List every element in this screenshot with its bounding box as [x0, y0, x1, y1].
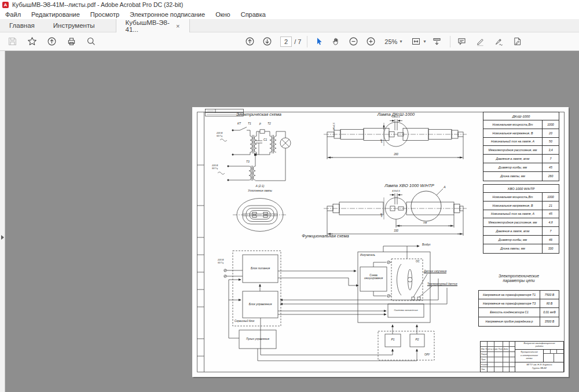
- oru-label: ОРУ: [424, 353, 430, 356]
- fountain-pen-icon: [494, 36, 504, 46]
- control-block-label: Блок управления: [244, 303, 277, 306]
- menu-edit[interactable]: Редактирование: [26, 11, 85, 18]
- lamp-dksh-thread-label: М6х1,5: [333, 123, 336, 130]
- tab-document[interactable]: КубышМВ-Э8-41... ×: [116, 19, 190, 32]
- table-row: Напряжение на трансформаторе Т380 В: [479, 299, 559, 308]
- table-row: Номинальный ток на лампе, А45: [483, 210, 559, 219]
- cooling-system-label: Система охлаждения: [389, 309, 423, 312]
- xbo-spec-table: ХВО 1000 W/НТР Номинальная мощность,Вт10…: [483, 184, 559, 254]
- toolbar-separator: [307, 36, 307, 47]
- table-row: Номинальный ток на лампе, А50: [483, 138, 559, 146]
- chevron-down-icon: ▾: [400, 39, 402, 44]
- menu-window[interactable]: Окно: [210, 11, 236, 18]
- find-button[interactable]: [83, 34, 98, 49]
- lamp-xbo-title: Лампа ХВО 1000 W/НТР: [366, 184, 453, 189]
- tab-tools[interactable]: Инструменты: [44, 19, 104, 32]
- acrobat-app-icon: A: [2, 2, 9, 8]
- window-title: КубышМВ-Э8-41М--листы.pdf - Adobe Acroba…: [12, 1, 183, 8]
- save-button[interactable]: [5, 34, 20, 49]
- functional-schema-title: Функциональная схема: [296, 234, 354, 239]
- label-c1: С1: [263, 138, 267, 142]
- star-icon: [27, 36, 37, 46]
- menu-bar: Файл Редактирование Просмотр Электронное…: [0, 9, 579, 19]
- lamp-xbo-detail-a: А: [444, 185, 446, 189]
- sheet-name-cell: Функциональная и электрическая схемы: [515, 350, 544, 362]
- tab-close-icon[interactable]: ×: [171, 23, 179, 30]
- comment-button[interactable]: [454, 34, 469, 49]
- table-header: ДКсШ-1000: [483, 112, 559, 120]
- table-row: Номинальная мощность,Вт1000: [483, 120, 559, 129]
- scrolling-mode-button[interactable]: [429, 34, 444, 49]
- table-row: Давление в лампе, атм7: [483, 227, 559, 236]
- fit-page-button[interactable]: [408, 34, 423, 49]
- zoom-in-button[interactable]: [363, 34, 378, 49]
- label-t2: Т2: [267, 122, 271, 126]
- supply2-label: 220 В50 Гц: [212, 164, 218, 170]
- r1-label: Р1: [386, 338, 400, 342]
- zoom-level-value: 25%: [384, 38, 397, 45]
- highlight-button[interactable]: [472, 34, 488, 49]
- window-titlebar: A КубышМВ-Э8-41М--листы.pdf - Adobe Acro…: [0, 0, 579, 9]
- page-number-input[interactable]: 2: [280, 36, 292, 47]
- circuit-params-table: Напряжение на трансформаторе Т17500 В На…: [478, 290, 559, 327]
- print-button[interactable]: [64, 34, 79, 49]
- next-page-button[interactable]: [259, 34, 274, 49]
- lamp-xbo-inner-dim: 184: [416, 222, 434, 225]
- main-toolbar: 2 / 7 25% ▾ ▾: [0, 32, 579, 51]
- zoom-level-dropdown[interactable]: 25% ▾: [382, 36, 405, 47]
- table-row: Диаметр колбы, мм45: [483, 163, 559, 172]
- star-button[interactable]: [24, 34, 39, 49]
- share-upload-icon: [47, 36, 57, 46]
- tab-home[interactable]: Главная: [0, 19, 44, 32]
- lamp-xbo-lines: [324, 189, 467, 236]
- menu-help[interactable]: Справка: [236, 11, 271, 18]
- fit-page-caret-icon[interactable]: ▾: [423, 39, 426, 44]
- air-label: Воздух: [422, 243, 430, 246]
- os-label: ОС: [416, 260, 420, 263]
- zoom-out-button[interactable]: [346, 34, 361, 49]
- menu-view[interactable]: Просмотр: [85, 11, 124, 18]
- toolbar-separator: [450, 36, 450, 47]
- gost-title-block: Изм. Лист № докум. Подп. Дата Разраб. Пр…: [480, 341, 564, 372]
- r2-label: Р2: [411, 338, 424, 342]
- table-row: Длина лампы, мм330: [483, 244, 559, 253]
- table-row: Номинальная мощность,Вт1000: [483, 193, 559, 202]
- table-row: Номинальное напряжение, В21: [483, 202, 559, 210]
- cursor-icon: [314, 36, 324, 46]
- table-row: Напряжение на трансформаторе Т17500 В: [479, 291, 559, 299]
- page-count-label: / 7: [294, 38, 301, 45]
- organization-cell: МГТУ им. Н.Э. Баумана Группа ЭВ-82: [515, 362, 563, 372]
- params-table-title: Электротехнические параметры цепи: [478, 274, 559, 283]
- fill-sign-button[interactable]: [491, 34, 506, 49]
- previous-page-button[interactable]: [242, 34, 257, 49]
- expand-pane-arrow-icon[interactable]: [1, 235, 4, 240]
- lamp-dksh-gap-dim: 3,4±0,5: [383, 116, 409, 119]
- table-row: Межэлектродное расстояние, мм4,8: [483, 218, 559, 227]
- hand-tool-button[interactable]: [328, 34, 343, 49]
- menu-esign[interactable]: Электронное подписание: [124, 11, 210, 18]
- pdf-page: Электрическая схема КТ Т1 р Т2 С1 Т3 220…: [192, 107, 569, 377]
- table-header: ХВО 1000 W/НТР: [483, 185, 559, 193]
- share-button[interactable]: [44, 34, 59, 49]
- lamp-dksh-length-dim: 260: [383, 153, 409, 156]
- scroll-pages-icon: [432, 36, 442, 46]
- power-block-label: Блок питания: [244, 267, 277, 270]
- title-block-revision-grid: Изм. Лист № докум. Подп. Дата Разраб. Пр…: [481, 342, 515, 372]
- esign-page-icon: [512, 36, 522, 46]
- tab-bar: Главная Инструменты КубышМВ-Э8-41... ×: [0, 19, 579, 32]
- lamp-xbo-gap-dim: 4,8±0,5: [383, 190, 409, 193]
- service-block-label: Сервисный блок: [234, 320, 255, 323]
- save-icon: [8, 36, 17, 46]
- seal-caption: Уплотнение лампы: [233, 189, 287, 192]
- navigation-pane-strip[interactable]: [0, 51, 5, 392]
- table-row: Напряжение пробоя разрядника р3500 В: [479, 317, 559, 326]
- control-panel-label: Пульт управления: [240, 338, 275, 340]
- menu-file[interactable]: Файл: [0, 11, 26, 18]
- select-tool-button[interactable]: [311, 34, 326, 49]
- table-row: Диаметр колбы, мм46: [483, 236, 559, 244]
- table-row: Межэлектродное расстояние, мм3,4: [483, 146, 559, 155]
- minus-circle-icon: [349, 36, 358, 46]
- request-esign-button[interactable]: [510, 34, 525, 49]
- comment-bubble-icon: [457, 36, 467, 46]
- lamp-xbo-diameter-dim: ø46: [380, 213, 383, 217]
